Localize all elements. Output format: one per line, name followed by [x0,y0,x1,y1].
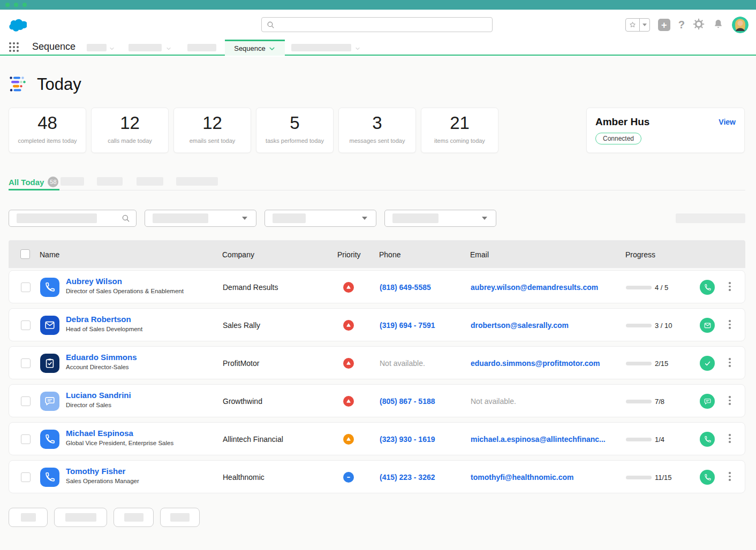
contact-name-link[interactable]: Michael Espinosa [66,429,173,438]
window-dot[interactable] [5,3,10,7]
contact-title: Global Vice President, Enterprise Sales [66,440,173,446]
progress-label: 2/15 [655,360,668,368]
window-dot[interactable] [22,3,27,7]
row-checkbox[interactable] [21,320,31,330]
stat-label: calls made today [92,138,168,144]
row-checkbox[interactable] [21,282,31,292]
tab-skeleton[interactable] [61,177,84,186]
phone-link[interactable]: (319) 694 - 7591 [380,321,435,330]
pagination-button[interactable] [114,508,154,527]
email-link[interactable]: michael.a.espinosa@allintechfinanc... [471,435,606,444]
row-menu-kebab-icon[interactable] [727,319,733,330]
email-link[interactable]: tomothyfi@healthnomic.com [471,473,574,482]
filter-dropdown[interactable] [384,210,496,227]
today-page-icon [10,75,26,94]
pagination [9,508,200,527]
row-menu-kebab-icon[interactable] [727,471,733,482]
app-launcher-icon[interactable] [9,42,19,52]
nav-tab-sequence-active[interactable]: Sequence [225,40,285,56]
phone-action-button[interactable] [700,280,715,295]
email-link[interactable]: eduardo.simmons@profitmotor.com [471,359,600,368]
row-checkbox[interactable] [21,396,31,406]
contact-name-link[interactable]: Aubrey Wilson [66,277,184,286]
contact-title: Director of Sales Operations & Enablemen… [66,288,184,294]
chevron-down-icon [268,45,276,52]
progress-bar [626,438,652,441]
filter-dropdown[interactable] [264,210,376,227]
chat-avatar-icon [40,392,59,411]
phone-link[interactable]: (805) 867 - 5188 [380,397,435,406]
envelope-action-button[interactable] [700,318,715,333]
help-icon[interactable]: ? [678,19,685,31]
view-link[interactable]: View [719,118,736,126]
search-icon [266,20,275,29]
favorites-button[interactable] [625,18,650,32]
column-header-priority: Priority [337,250,361,259]
contact-name-link[interactable]: Luciano Sandrini [66,391,131,400]
setup-gear-icon[interactable] [693,18,705,32]
phone-link[interactable]: (818) 649-5585 [380,283,431,292]
nav-tab-skeleton[interactable] [87,44,107,51]
global-search-input[interactable] [278,21,492,29]
list-tabs: All Today 58 [9,175,745,190]
filter-dropdown[interactable] [145,210,256,227]
pagination-button[interactable] [160,508,200,527]
row-menu-kebab-icon[interactable] [727,433,733,444]
window-dot[interactable] [14,3,18,7]
phone-link[interactable]: (415) 223 - 3262 [380,473,435,482]
toolbar-skeleton[interactable] [676,213,745,223]
tab-skeleton[interactable] [137,177,163,186]
contact-title: Head of Sales Development [66,326,142,332]
stat-value: 5 [256,113,333,133]
notifications-bell-icon[interactable] [713,18,724,32]
row-menu-kebab-icon[interactable] [727,281,733,292]
add-button[interactable]: + [658,19,670,31]
contact-name-link[interactable]: Tomothy Fisher [66,467,139,476]
window-titlebar [0,0,756,10]
email-link[interactable]: aubrey.wilson@demandresults.com [471,283,598,292]
priority-normal-icon [343,472,354,483]
contact-name-link[interactable]: Eduardo Simmons [66,353,137,362]
table-row: Debra Robertson Head of Sales Developmen… [9,308,745,341]
column-header-progress: Progress [625,250,655,259]
stat-label: messages sent today [339,138,415,144]
stat-label: emails sent today [174,138,251,144]
nav-tab-skeleton[interactable] [128,44,162,51]
progress-label: 7/8 [655,398,664,406]
phone-link[interactable]: (323) 930 - 1619 [380,435,435,444]
row-checkbox[interactable] [21,358,31,368]
user-avatar[interactable] [732,17,749,33]
phone-avatar-icon [40,468,59,487]
stat-card: 12 calls made today [91,108,169,153]
row-menu-kebab-icon[interactable] [727,395,733,406]
pagination-button[interactable] [9,508,48,527]
check-action-button[interactable] [700,356,715,371]
company-cell: Healthnomic [223,473,264,482]
stat-card: 21 items coming today [421,108,498,153]
cloud-logo-icon [7,18,27,34]
tab-skeleton[interactable] [97,177,123,186]
phone-action-button[interactable] [700,470,715,485]
email-link[interactable]: drobertson@salesrally.com [471,321,569,330]
row-menu-kebab-icon[interactable] [727,357,733,368]
pagination-button[interactable] [54,508,107,527]
nav-tab-skeleton[interactable] [291,44,351,51]
progress-bar [626,362,652,365]
list-search-input[interactable] [9,210,137,227]
app-name: Sequence [32,41,75,52]
global-search[interactable] [261,17,493,32]
nav-tab-skeleton[interactable] [187,44,216,51]
select-all-checkbox[interactable] [20,249,30,259]
tab-all-today[interactable]: All Today 58 [9,175,59,190]
email-unavailable: Not available. [471,397,516,406]
column-header-name: Name [40,250,59,259]
chat-action-button[interactable] [700,394,715,409]
tab-skeleton[interactable] [176,177,218,186]
table-row: Tomothy Fisher Sales Operations Manager … [9,460,745,493]
row-checkbox[interactable] [21,472,31,482]
phone-action-button[interactable] [700,432,715,447]
row-checkbox[interactable] [21,434,31,444]
table-header: Name Company Priority Phone Email Progre… [9,240,745,268]
contact-name-link[interactable]: Debra Robertson [66,315,142,324]
chevron-down-icon [482,217,487,220]
